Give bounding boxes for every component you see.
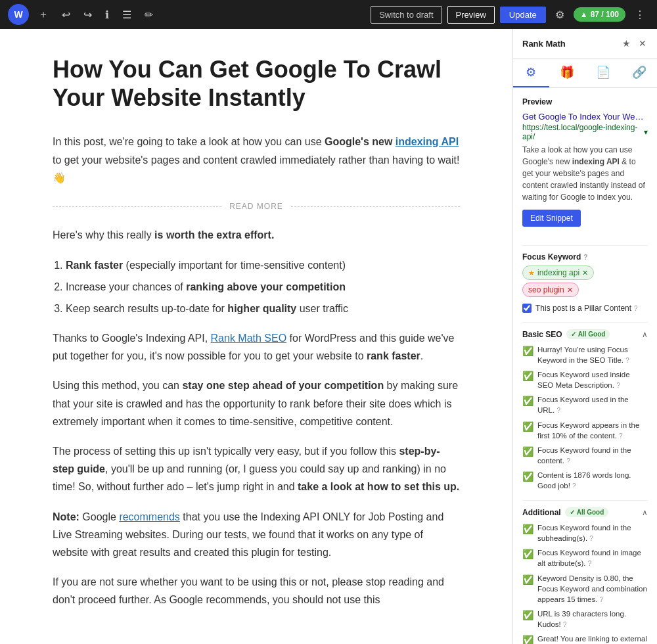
basic-seo-items: ✅ Hurray! You're using Focus Keyword in … (522, 344, 648, 491)
basic-seo-section: Basic SEO All Good ∧ ✅ Hurray! You're us… (522, 329, 648, 491)
basic-seo-header[interactable]: Basic SEO All Good ∧ (522, 329, 648, 339)
seo-item: ✅ URL is 39 characters long. Kudos! ? (522, 609, 648, 630)
read-more-divider: READ MORE (53, 200, 460, 213)
basic-seo-title: Basic SEO (522, 330, 562, 339)
recommends-link[interactable]: recommends (119, 511, 179, 522)
toolbar-right: Switch to draft Preview Update ⚙ ▲ 87 / … (371, 6, 649, 24)
seo-item-text: Great! You are linking to external resou… (537, 633, 648, 644)
help-icon[interactable]: ? (588, 560, 592, 567)
rm-header: Rank Math ★ ✕ (513, 29, 657, 58)
wordpress-logo[interactable]: W (8, 4, 29, 25)
editor-area: How You Can Get Google To Crawl Your Web… (0, 29, 512, 644)
tag-text-2: seo plugin (528, 285, 564, 294)
basic-seo-badge: All Good (566, 329, 610, 339)
check-icon: ✅ (522, 395, 533, 408)
keyword-tag-indexing-api: ★ indexing api ✕ (522, 265, 594, 280)
additional-seo-items: ✅ Focus Keyword found in the subheading(… (522, 522, 648, 644)
list-item: Rank faster (especially important for ti… (66, 256, 460, 274)
pillar-checkbox[interactable] (522, 304, 532, 313)
seo-item-text: Keyword Density is 0.80, the Focus Keywo… (537, 573, 648, 605)
tag-remove-1[interactable]: ✕ (582, 269, 588, 277)
post-title[interactable]: How You Can Get Google To Crawl Your Web… (53, 55, 460, 112)
additional-header[interactable]: Additional All Good ∧ (522, 507, 648, 517)
preview-description: Take a look at how you can use Google's … (522, 144, 648, 203)
tab-schema[interactable]: 📄 (585, 58, 622, 87)
seo-item-text: Focus Keyword used in the URL. ? (537, 394, 648, 415)
switch-draft-button[interactable]: Switch to draft (371, 6, 442, 24)
seo-item: ✅ Keyword Density is 0.80, the Focus Key… (522, 573, 648, 605)
help-icon[interactable]: ? (556, 407, 560, 414)
info-button[interactable]: ℹ (101, 6, 113, 24)
paragraph-2: Here's why this really is worth the extr… (53, 226, 460, 244)
rank-math-link[interactable]: Rank Math SEO (211, 333, 287, 344)
help-icon[interactable]: ? (616, 382, 620, 389)
toolbar-left: W ＋ ↩ ↪ ℹ ☰ ✏ (8, 4, 157, 25)
seo-item-text: Content is 1876 words long. Good job! ? (537, 470, 648, 491)
indexing-api-link[interactable]: indexing API (396, 136, 459, 147)
divider-2 (522, 322, 648, 323)
paragraph-1: In this post, we're going to take a look… (53, 133, 460, 187)
tab-social[interactable]: 🎁 (549, 58, 585, 87)
tag-remove-2[interactable]: ✕ (567, 286, 573, 294)
seo-item-text: Focus Keyword found in the subheading(s)… (537, 522, 648, 543)
seo-item: ✅ Focus Keyword found in the subheading(… (522, 522, 648, 543)
divider-1 (522, 245, 648, 246)
preview-url: https://test.local/google-indexing-api/ … (522, 123, 648, 141)
list-item: Increase your chances of ranking above y… (66, 278, 460, 296)
seo-item: ✅ Great! You are linking to external res… (522, 633, 648, 644)
list-view-button[interactable]: ☰ (118, 6, 135, 24)
more-options-button[interactable]: ⋮ (631, 6, 649, 24)
basic-seo-title-row: Basic SEO All Good (522, 329, 610, 339)
additional-section: Additional All Good ∧ ✅ Focus Keyword fo… (522, 507, 648, 644)
redo-button[interactable]: ↪ (79, 6, 96, 24)
seo-item-text: URL is 39 characters long. Kudos! ? (537, 609, 648, 630)
paragraph-4: Using this method, you can stay one step… (53, 377, 460, 430)
url-dropdown-icon[interactable]: ▾ (644, 127, 648, 137)
rm-star-button[interactable]: ★ (621, 37, 632, 50)
seo-score-badge: ▲ 87 / 100 (574, 7, 625, 22)
seo-item-text: Hurray! You're using Focus Keyword in th… (537, 344, 648, 365)
edit-snippet-button[interactable]: Edit Snippet (522, 210, 581, 227)
pillar-content-row: This post is a Pillar Content ? (522, 304, 648, 313)
preview-title[interactable]: Get Google To Index Your Website ... (522, 112, 648, 122)
pillar-help-icon[interactable]: ? (634, 305, 638, 312)
undo-button[interactable]: ↩ (58, 6, 74, 24)
help-icon[interactable]: ? (566, 457, 570, 465)
divider-3 (522, 500, 648, 501)
help-icon[interactable]: ? (619, 432, 623, 440)
preview-section: Preview Get Google To Index Your Website… (522, 97, 648, 236)
settings-button[interactable]: ⚙ (551, 6, 568, 24)
pillar-content-label: This post is a Pillar Content ? (535, 304, 638, 313)
rm-close-button[interactable]: ✕ (637, 37, 648, 50)
tab-general[interactable]: ⚙ (513, 58, 549, 87)
star-icon: ★ (528, 269, 535, 277)
help-icon[interactable]: ? (563, 621, 567, 628)
rm-header-icons: ★ ✕ (621, 37, 648, 50)
seo-item-text: Focus Keyword found in the content. ? (537, 445, 648, 466)
check-icon: ✅ (522, 609, 533, 622)
preview-label: Preview (522, 97, 648, 106)
help-icon[interactable]: ? (625, 357, 629, 364)
basic-seo-chevron-icon: ∧ (642, 330, 648, 339)
keyword-tag-seo-plugin: seo plugin ✕ (522, 283, 579, 297)
edit-button[interactable]: ✏ (141, 6, 157, 24)
rank-math-sidebar: Rank Math ★ ✕ ⚙ 🎁 📄 🔗 Preview Get Google… (512, 29, 657, 644)
help-icon[interactable]: ? (589, 535, 593, 542)
help-icon[interactable]: ? (572, 482, 576, 490)
rm-tabs: ⚙ 🎁 📄 🔗 (513, 58, 657, 88)
tag-text-1: indexing api (537, 268, 579, 277)
update-button[interactable]: Update (500, 7, 546, 23)
help-icon[interactable]: ? (600, 596, 604, 603)
check-icon: ✅ (522, 634, 533, 644)
check-icon: ✅ (522, 345, 533, 358)
seo-item-text: Focus Keyword found in image alt attribu… (537, 547, 648, 568)
focus-keyword-help-icon[interactable]: ? (583, 254, 587, 261)
preview-button[interactable]: Preview (447, 6, 495, 24)
check-icon: ✅ (522, 574, 533, 587)
focus-keyword-section: Focus Keyword ? ★ indexing api ✕ seo plu… (522, 252, 648, 313)
post-content: In this post, we're going to take a look… (53, 133, 460, 609)
keyword-tags: ★ indexing api ✕ seo plugin ✕ (522, 265, 648, 297)
add-block-button[interactable]: ＋ (34, 5, 53, 24)
tab-advanced[interactable]: 🔗 (621, 58, 657, 87)
benefits-list: Rank faster (especially important for ti… (66, 256, 460, 318)
